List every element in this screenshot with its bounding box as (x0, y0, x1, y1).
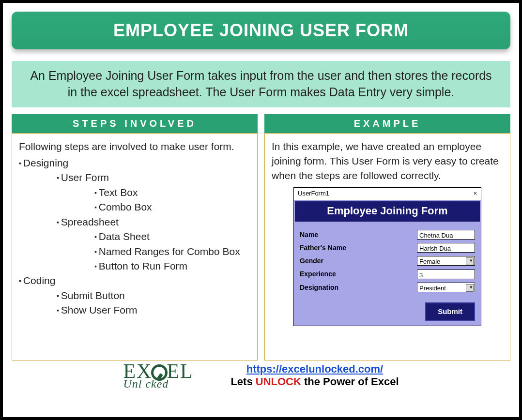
label-designation: Designation (300, 283, 417, 292)
example-intro: In this example, we have created an empl… (272, 139, 503, 183)
list-item: Text Box (94, 185, 250, 200)
label-experience: Experience (300, 269, 417, 279)
close-icon[interactable]: × (473, 189, 477, 198)
label-father: Father's Name (300, 243, 417, 253)
example-body: In this example, we have created an empl… (264, 133, 510, 360)
combo-gender[interactable]: Female (417, 256, 475, 266)
input-experience[interactable]: 3 (417, 270, 475, 279)
list-item: Submit Button (57, 288, 250, 303)
input-father[interactable]: Harish Dua (417, 243, 475, 253)
steps-intro: Following steps are involved to make use… (19, 139, 250, 154)
userform-window: UserForm1 × Employee Joining Form Name C… (293, 187, 481, 326)
steps-column: STEPS INVOLVED Following steps are invol… (12, 114, 258, 360)
title-bar: EMPLOYEE JOINING USER FORM (12, 12, 510, 49)
logo: EXEL Unl cked (123, 362, 220, 390)
list-item: Button to Run Form (94, 259, 250, 273)
list-item: Show User Form (57, 303, 250, 317)
userform-titlebar: UserForm1 × (294, 188, 481, 200)
input-name[interactable]: Chetna Dua (417, 230, 475, 240)
list-item: User Form Text Box Combo Box (57, 170, 250, 214)
userform-body: Name Chetna Dua Father's Name Harish Dua… (294, 223, 481, 300)
footer-text: https://excelunlocked.com/ Lets UNLOCK t… (230, 363, 399, 388)
list-item: Spreadsheet Data Sheet Named Ranges for … (57, 215, 250, 274)
label-name: Name (300, 230, 417, 240)
userform-window-title: UserForm1 (298, 189, 329, 198)
example-column: EXAMPLE In this example, we have created… (264, 114, 510, 360)
combo-designation[interactable]: President (417, 283, 475, 292)
userform-heading: Employee Joining Form (295, 201, 480, 222)
steps-body: Following steps are involved to make use… (12, 133, 258, 360)
list-item: Designing User Form Text Box Combo Box S… (19, 156, 250, 274)
list-item: Combo Box (94, 200, 250, 214)
description-box: An Employee Joining User Form takes inpu… (12, 61, 510, 107)
steps-heading: STEPS INVOLVED (12, 114, 258, 133)
example-heading: EXAMPLE (264, 114, 510, 133)
footer-link[interactable]: https://excelunlocked.com/ (246, 363, 383, 375)
label-gender: Gender (300, 256, 417, 266)
key-ring-icon (151, 364, 168, 381)
page-title: EMPLOYEE JOINING USER FORM (16, 20, 506, 41)
document-frame: EMPLOYEE JOINING USER FORM An Employee J… (0, 0, 522, 420)
list-item: Named Ranges for Combo Box (94, 244, 250, 259)
footer: EXEL Unl cked https://excelunlocked.com/… (12, 362, 510, 390)
list-item: Coding Submit Button Show User Form (19, 273, 250, 317)
list-item: Data Sheet (94, 229, 250, 244)
columns: STEPS INVOLVED Following steps are invol… (12, 114, 510, 360)
submit-button[interactable]: Submit (425, 302, 475, 321)
